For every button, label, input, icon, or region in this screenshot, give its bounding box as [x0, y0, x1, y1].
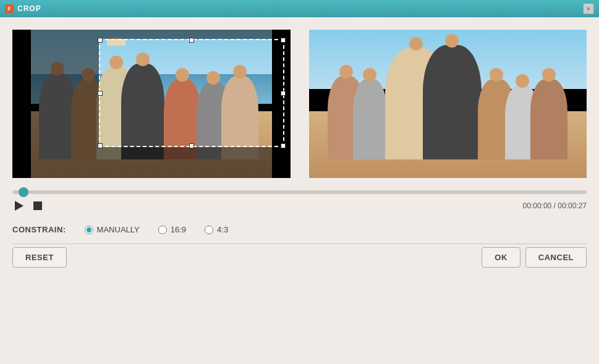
close-button[interactable]: × [583, 3, 594, 14]
app-icon: F [5, 4, 14, 13]
play-button[interactable] [12, 199, 26, 213]
main-content: 00:00:00 / 00:00:27 CONSTRAIN: MANUALLY … [0, 17, 599, 274]
playback-controls: 00:00:00 / 00:00:27 [12, 199, 587, 213]
play-icon [15, 201, 23, 211]
radio-label-16-9: 16:9 [171, 225, 186, 234]
reset-button[interactable]: RESET [12, 247, 67, 268]
figure-head [136, 53, 150, 66]
timeline-thumb[interactable] [19, 187, 28, 197]
figure-head [516, 74, 529, 88]
playback-left [12, 199, 45, 213]
title-bar: F CROP × [0, 0, 599, 17]
radio-group-manually[interactable]: MANUALLY [85, 225, 140, 234]
radio-4-3[interactable] [205, 226, 213, 234]
figure-head [109, 56, 123, 69]
cancel-button[interactable]: CANCEL [525, 247, 587, 268]
constrain-bar: CONSTRAIN: MANUALLY 16:9 4:3 [12, 216, 587, 243]
slider-area: 00:00:00 / 00:00:27 [12, 184, 587, 216]
stop-button[interactable] [31, 199, 45, 213]
bottom-bar: RESET OK CANCEL [12, 243, 587, 274]
timecode: 00:00:00 / 00:00:27 [523, 201, 587, 210]
window-title: CROP [17, 4, 41, 13]
crowd-right [323, 61, 573, 159]
btn-right-group: OK CANCEL [482, 247, 587, 268]
panel-divider [297, 30, 303, 178]
figure-head [363, 68, 376, 82]
video-panels [12, 30, 587, 178]
radio-manually[interactable] [85, 226, 93, 234]
left-video-panel[interactable] [12, 30, 291, 178]
figure-head [542, 68, 556, 82]
figure-head [409, 37, 423, 51]
radio-16-9[interactable] [158, 226, 167, 234]
crop-mask-top [12, 30, 291, 39]
figure-head [176, 68, 189, 82]
ok-button[interactable]: OK [482, 247, 520, 268]
figure-head [206, 71, 220, 85]
radio-group-16-9[interactable]: 16:9 [158, 225, 186, 234]
photo-right [309, 30, 587, 178]
figure [353, 79, 387, 159]
figure-head [339, 65, 353, 78]
title-bar-left: F CROP [5, 4, 41, 13]
figure-head [490, 68, 503, 82]
figure [121, 64, 164, 159]
radio-label-4-3: 4:3 [217, 225, 228, 234]
stop-icon [33, 201, 42, 210]
constrain-label: CONSTRAIN: [12, 225, 66, 234]
timeline-slider[interactable] [12, 190, 587, 194]
figure [530, 79, 567, 159]
crop-mask-bottom [12, 147, 291, 178]
figure [423, 45, 482, 159]
figure-head [233, 65, 247, 78]
radio-label-manually: MANUALLY [97, 225, 140, 234]
crop-mask-left-side [31, 39, 99, 147]
right-video-panel [309, 30, 587, 178]
radio-group-4-3[interactable]: 4:3 [205, 225, 228, 234]
figure-head [445, 34, 459, 48]
